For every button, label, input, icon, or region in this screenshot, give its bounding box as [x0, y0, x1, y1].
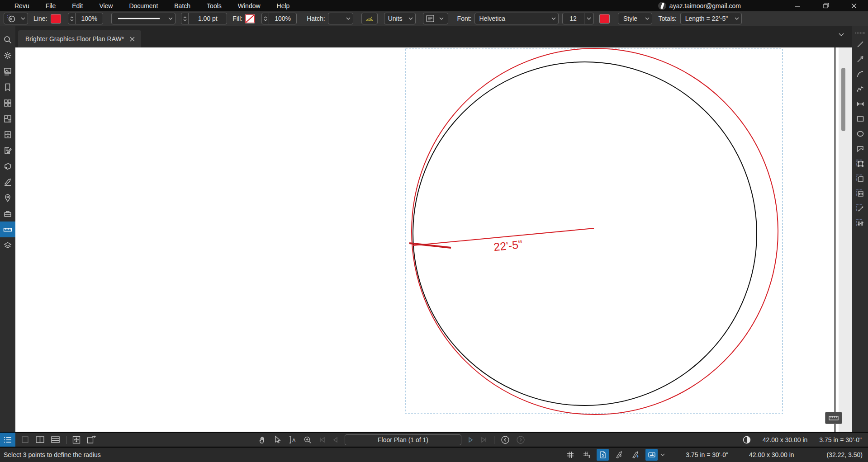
- layers-panel-button[interactable]: [0, 237, 15, 253]
- polygon-tool-icon: [856, 144, 865, 153]
- menu-help[interactable]: Help: [269, 0, 298, 11]
- line-color-swatch[interactable]: [51, 14, 61, 24]
- fill-opacity-value[interactable]: 100%: [269, 15, 296, 22]
- menu-file[interactable]: File: [38, 0, 64, 11]
- spinner-arrows-icon[interactable]: [68, 13, 76, 24]
- polygon-tool-button[interactable]: [852, 141, 868, 156]
- file-access-panel-button[interactable]: [0, 127, 15, 142]
- close-button[interactable]: [840, 0, 868, 11]
- tool-chest-panel-button[interactable]: [0, 95, 15, 111]
- restore-button[interactable]: [812, 0, 840, 11]
- markups-list-panel-button[interactable]: [0, 142, 15, 158]
- split-vertical-button[interactable]: [35, 435, 45, 444]
- document-tab[interactable]: Brighter Graphics Floor Plan RAW*: [18, 30, 141, 47]
- status-scale-value[interactable]: 3.75 in = 30'-0": [686, 451, 728, 458]
- tab-close-icon[interactable]: [128, 36, 137, 42]
- grid-toggle-button[interactable]: [564, 449, 576, 461]
- toolbar-drag-handle[interactable]: [855, 29, 866, 37]
- snap-grid-icon: [583, 451, 591, 459]
- menu-document[interactable]: Document: [121, 0, 166, 11]
- next-view-button[interactable]: [516, 435, 525, 444]
- style-dropdown[interactable]: Style: [618, 13, 652, 24]
- page-navigation-field[interactable]: Floor Plan (1 of 1): [345, 434, 461, 445]
- menu-batch[interactable]: Batch: [166, 0, 199, 11]
- arc-tool-button[interactable]: [852, 66, 868, 81]
- fill-color-swatch[interactable]: [245, 14, 255, 24]
- spinner-arrows-icon[interactable]: [262, 13, 269, 24]
- pan-tool-button[interactable]: [258, 435, 267, 444]
- split-document-button[interactable]: [86, 435, 96, 444]
- reuse-chevron-icon[interactable]: [660, 453, 665, 456]
- panel-menu-button[interactable]: [0, 433, 15, 447]
- line-style-dropdown[interactable]: [111, 13, 175, 24]
- volume-measure-button[interactable]: [852, 186, 868, 201]
- account-button[interactable]: ayaz.taimoor@gmail.com: [658, 2, 741, 10]
- vertical-scrollbar[interactable]: [839, 47, 852, 432]
- caption-alignment-dropdown[interactable]: [423, 13, 448, 24]
- spinner-arrows-icon[interactable]: [181, 13, 189, 24]
- line-tool-button[interactable]: [852, 37, 868, 52]
- single-pane-button[interactable]: [21, 435, 30, 444]
- units-dropdown[interactable]: Units: [384, 13, 416, 24]
- search-panel-button[interactable]: [0, 32, 15, 47]
- active-tool-dropdown[interactable]: [4, 13, 28, 24]
- line-width-value[interactable]: 1.00 pt: [189, 15, 227, 22]
- toolbox-panel-button[interactable]: [0, 206, 15, 222]
- bookmarks-panel-button[interactable]: [0, 79, 15, 95]
- perimeter-measure-button[interactable]: [852, 156, 868, 171]
- diameter-measure-button[interactable]: [852, 201, 868, 216]
- snap-to-content-button[interactable]: [597, 449, 609, 461]
- split-horizontal-button[interactable]: [51, 435, 61, 444]
- places-panel-button[interactable]: [0, 190, 15, 206]
- tab-list-chevron-icon[interactable]: [839, 33, 844, 37]
- reuse-markup-button[interactable]: [645, 449, 658, 461]
- fill-opacity-spinner[interactable]: 100%: [261, 13, 297, 24]
- zoom-tool-button[interactable]: [303, 435, 312, 444]
- thumbnails-panel-button[interactable]: [0, 63, 15, 79]
- font-size-dropdown[interactable]: 12: [562, 13, 594, 24]
- select-tool-button[interactable]: [273, 435, 281, 444]
- menu-revu[interactable]: Revu: [6, 0, 38, 11]
- properties-panel-button[interactable]: [0, 47, 15, 63]
- minimize-button[interactable]: [784, 0, 812, 11]
- area-measure-button[interactable]: [852, 171, 868, 186]
- count-measure-button[interactable]: [852, 216, 868, 231]
- totals-dropdown[interactable]: Length = 22'-5": [680, 13, 742, 24]
- menu-edit[interactable]: Edit: [64, 0, 91, 11]
- first-page-button[interactable]: [318, 436, 326, 443]
- font-family-dropdown[interactable]: Helvetica: [474, 13, 559, 24]
- 3d-model-panel-button[interactable]: [0, 158, 15, 174]
- polyline-tool-button[interactable]: [852, 81, 868, 96]
- menu-view[interactable]: View: [91, 0, 121, 11]
- snap-to-grid-button[interactable]: [580, 449, 593, 461]
- ellipse-tool-button[interactable]: [852, 126, 868, 141]
- line-width-spinner[interactable]: 1.00 pt: [181, 13, 227, 24]
- snap-hybrid-button[interactable]: [629, 449, 641, 461]
- measurements-panel-button-active[interactable]: [0, 222, 15, 237]
- font-size-value: 12: [563, 13, 584, 24]
- move-page-button[interactable]: [72, 435, 81, 444]
- previous-view-button[interactable]: [501, 435, 510, 444]
- select-text-button[interactable]: A: [288, 435, 297, 444]
- arrow-tool-button[interactable]: [852, 52, 868, 66]
- document-canvas[interactable]: 22'-5": [15, 47, 852, 432]
- calibrate-panel-button[interactable]: [0, 174, 15, 190]
- rectangle-tool-button[interactable]: [852, 111, 868, 126]
- scrollbar-thumb[interactable]: [841, 68, 845, 131]
- menu-tools[interactable]: Tools: [199, 0, 230, 11]
- calibrate-button[interactable]: [361, 13, 378, 24]
- next-page-button[interactable]: [468, 436, 474, 443]
- spaces-panel-button[interactable]: [0, 111, 15, 127]
- line-opacity-value[interactable]: 100%: [76, 15, 103, 22]
- snap-to-markup-button[interactable]: [613, 449, 625, 461]
- previous-page-button[interactable]: [332, 436, 338, 443]
- dimension-tool-button[interactable]: [852, 96, 868, 111]
- toolbox-icon: [3, 209, 12, 218]
- chevron-down-icon: [643, 17, 652, 20]
- font-color-swatch[interactable]: [599, 14, 610, 24]
- contrast-icon[interactable]: [743, 436, 751, 444]
- menu-window[interactable]: Window: [230, 0, 269, 11]
- line-opacity-spinner[interactable]: 100%: [68, 13, 103, 24]
- hatch-dropdown[interactable]: [328, 13, 353, 24]
- last-page-button[interactable]: [480, 436, 488, 443]
